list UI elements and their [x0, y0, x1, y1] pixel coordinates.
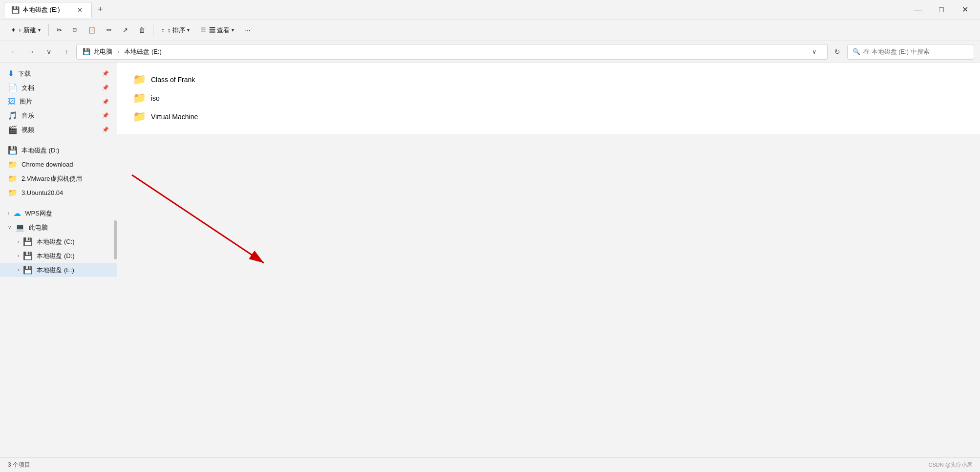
toolbar: ✦ + 新建 ▾ ✂ ⧉ 📋 ✏ ↗ 🗑 ↕ ↕ 排序 ▾ ☰ ☰ 查看 ▾ ·…	[0, 20, 980, 41]
address-input[interactable]: 💾 此电脑 › 本地磁盘 (E:) ∨	[76, 44, 828, 60]
sidebar-label-download: 下载	[18, 69, 31, 78]
drive-d-icon: 💾	[8, 146, 18, 155]
sidebar-item-drive-e[interactable]: › 💾 本地磁盘 (E:)	[0, 263, 117, 277]
sidebar-scrollbar[interactable]	[114, 220, 117, 259]
sidebar-item-wps[interactable]: › ☁ WPS网盘	[0, 206, 117, 220]
rename-button[interactable]: ✏	[102, 23, 117, 37]
pin-icon4: 📌	[102, 112, 109, 119]
sidebar-label-this-pc: 此电脑	[29, 223, 48, 232]
share-button[interactable]: ↗	[118, 23, 133, 37]
drive-e-icon: 💾	[23, 265, 33, 275]
pictures-icon: 🖼	[8, 97, 16, 106]
sep1	[48, 24, 49, 36]
address-dropdown-button[interactable]: ∨	[808, 45, 821, 59]
sidebar-item-ubuntu[interactable]: 📁 3.Ubuntu20.04	[0, 186, 117, 200]
sidebar-item-pictures[interactable]: 🖼 图片 📌	[0, 95, 117, 108]
sidebar-item-chrome-download[interactable]: 📁 Chrome download	[0, 157, 117, 172]
path-current: 本地磁盘 (E:)	[124, 47, 162, 56]
svg-line-1	[132, 175, 264, 263]
drive-d2-icon: 💾	[23, 251, 33, 260]
download-icon: ⬇	[8, 69, 14, 78]
forward-button[interactable]: →	[23, 44, 39, 60]
sidebar-label-music: 音乐	[21, 111, 34, 120]
search-box[interactable]: 🔍	[847, 44, 974, 60]
pin-icon5: 📌	[102, 127, 109, 133]
copy-icon: ⧉	[73, 26, 77, 34]
sidebar-item-drive-c[interactable]: › 💾 本地磁盘 (C:)	[0, 235, 117, 249]
close-button[interactable]: ✕	[954, 2, 976, 18]
chrome-folder-icon: 📁	[8, 160, 18, 169]
up-button[interactable]: ↑	[59, 44, 74, 60]
tab-strip: 💾 本地磁盘 (E:) ✕ +	[4, 2, 907, 18]
new-icon: ✦	[11, 26, 16, 34]
sort-label: ↕ 排序	[168, 26, 185, 35]
sidebar-divider2	[0, 203, 117, 203]
new-label: + 新建	[18, 26, 36, 35]
sidebar-label-pictures: 图片	[20, 97, 32, 106]
tab-drive-icon: 💾	[11, 6, 20, 14]
sort-dropdown-icon: ▾	[187, 27, 190, 33]
new-dropdown-icon: ▾	[38, 27, 41, 33]
active-tab[interactable]: 💾 本地磁盘 (E:) ✕	[4, 2, 92, 18]
copy-button[interactable]: ⧉	[68, 23, 82, 37]
folder-class-of-frank[interactable]: 📁 Class of Frank	[129, 70, 968, 89]
more-button[interactable]: ···	[240, 23, 255, 37]
tab-close-button[interactable]: ✕	[75, 5, 85, 15]
folder-label-3: Virtual Machine	[151, 113, 198, 121]
folder-virtual-machine[interactable]: 📁 Virtual Machine	[129, 107, 968, 126]
sidebar-item-drive-d[interactable]: 💾 本地磁盘 (D:)	[0, 143, 117, 157]
maximize-button[interactable]: □	[930, 2, 953, 18]
this-pc-icon: 💻	[15, 223, 25, 232]
cut-button[interactable]: ✂	[52, 23, 67, 37]
item-count: 3 个项目	[8, 461, 30, 469]
folder-label-1: Class of Frank	[151, 76, 195, 84]
pin-icon: 📌	[102, 70, 109, 77]
back-button[interactable]: ←	[6, 44, 21, 60]
music-icon: 🎵	[8, 111, 18, 120]
drive-c-icon: 💾	[23, 237, 33, 246]
folder-label-2: iso	[151, 94, 160, 102]
folder-icon-2: 📁	[133, 92, 146, 105]
videos-icon: 🎬	[8, 125, 18, 134]
sidebar-label-drive-d2: 本地磁盘 (D:)	[37, 252, 74, 260]
refresh-button[interactable]: ↻	[830, 44, 845, 60]
minimize-button[interactable]: —	[907, 2, 929, 18]
more-icon: ···	[245, 26, 250, 34]
sidebar-item-drive-d2[interactable]: › 💾 本地磁盘 (D:)	[0, 249, 117, 263]
delete-button[interactable]: 🗑	[134, 23, 150, 37]
delete-icon: 🗑	[139, 26, 145, 34]
watermark: CSDN @头疗小屋	[929, 461, 972, 469]
sidebar-item-this-pc[interactable]: ∨ 💻 此电脑	[0, 220, 117, 235]
sidebar-item-download[interactable]: ⬇ 下载 📌	[0, 66, 117, 81]
sidebar-item-documents[interactable]: 📄 文档 📌	[0, 81, 117, 95]
sort-icon: ↕	[161, 26, 165, 34]
sidebar-item-videos[interactable]: 🎬 视频 📌	[0, 123, 117, 137]
sidebar-label-drive-d: 本地磁盘 (D:)	[21, 146, 59, 155]
sidebar-item-vmware[interactable]: 📁 2.VMware虚拟机使用	[0, 172, 117, 186]
view-icon: ☰	[200, 26, 206, 34]
sort-button[interactable]: ↕ ↕ 排序 ▾	[156, 23, 194, 38]
new-button[interactable]: ✦ + 新建 ▾	[6, 23, 45, 38]
up-history-button[interactable]: ∨	[41, 44, 57, 60]
search-input[interactable]	[863, 48, 969, 55]
sep2	[153, 24, 153, 36]
sidebar-label-videos: 视频	[21, 126, 34, 134]
view-button[interactable]: ☰ ☰ 查看 ▾	[195, 23, 239, 38]
expand-this-pc-icon: ∨	[8, 225, 11, 230]
sidebar-label-drive-c: 本地磁盘 (C:)	[37, 237, 74, 246]
pin-icon2: 📌	[102, 85, 109, 91]
content-area: 📁 Class of Frank 📁 iso 📁 Virtual Machine	[117, 63, 980, 134]
path-root: 此电脑	[93, 47, 112, 56]
expand-c-icon: ›	[18, 239, 19, 244]
paste-button[interactable]: 📋	[83, 23, 101, 37]
new-tab-button[interactable]: +	[94, 2, 107, 17]
folder-icon-1: 📁	[133, 73, 146, 86]
sidebar: ⬇ 下载 📌 📄 文档 📌 🖼 图片 📌 🎵 音乐 📌 🎬 视频 📌 💾	[0, 63, 117, 457]
sidebar-label-documents: 文档	[21, 84, 34, 92]
expand-wps-icon: ›	[8, 211, 9, 216]
cut-icon: ✂	[57, 26, 62, 34]
folder-iso[interactable]: 📁 iso	[129, 89, 968, 107]
path-sep1: ›	[117, 48, 119, 55]
sidebar-item-music[interactable]: 🎵 音乐 📌	[0, 108, 117, 123]
documents-icon: 📄	[8, 83, 18, 92]
